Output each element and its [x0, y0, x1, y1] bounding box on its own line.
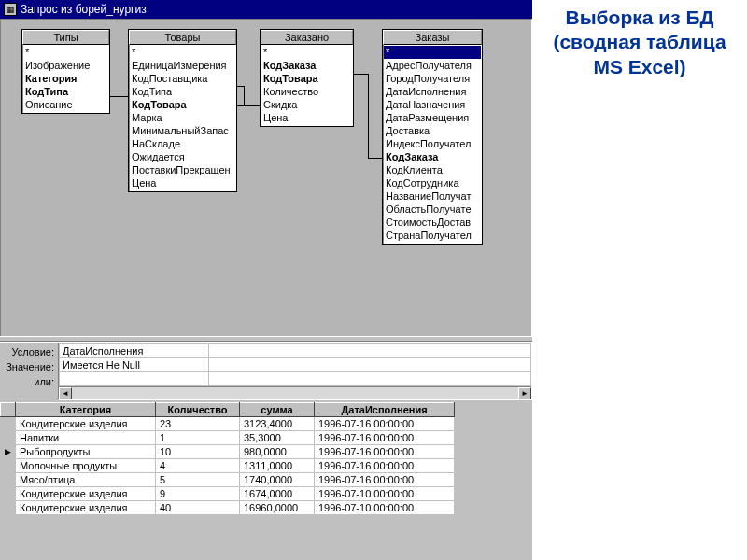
table-cell[interactable]: 40 — [156, 501, 240, 515]
table-cell[interactable]: 16960,0000 — [240, 501, 315, 515]
criteria-cell[interactable]: ДатаИсполнения — [60, 344, 209, 358]
table-cell[interactable]: 5 — [156, 473, 240, 487]
table-row[interactable]: Кондитерские изделия91674,00001996-07-10… — [1, 487, 455, 501]
row-selector[interactable] — [1, 487, 16, 501]
table-fields[interactable]: * Изображение Категория КодТипа Описание — [22, 45, 109, 113]
table-cell[interactable]: 1996-07-10 00:00:00 — [315, 487, 455, 501]
criteria-cell[interactable] — [209, 372, 531, 386]
field-item[interactable]: Количество — [263, 85, 350, 98]
col-header-qty[interactable]: Количество — [156, 403, 240, 417]
field-item[interactable]: СтоимостьДостав — [386, 216, 479, 229]
criteria-cell[interactable] — [209, 358, 531, 372]
criteria-scrollbar[interactable]: ◄ ► — [59, 386, 531, 399]
table-header[interactable]: Товары — [129, 30, 236, 45]
table-cell[interactable]: 35,3000 — [240, 431, 315, 445]
table-row[interactable]: Мясо/птица51740,00001996-07-16 00:00:00 — [1, 473, 455, 487]
table-fields[interactable]: * ЕдиницаИзмерения КодПоставщика КодТипа… — [129, 45, 236, 191]
field-item[interactable]: ГородПолучателя — [386, 72, 479, 85]
table-header[interactable]: Заказано — [261, 30, 353, 45]
field-item[interactable]: Доставка — [386, 124, 479, 137]
table-row[interactable]: Кондитерские изделия233123,40001996-07-1… — [1, 417, 455, 431]
field-item[interactable]: Описание — [25, 98, 106, 111]
field-item[interactable]: ДатаРазмещения — [386, 111, 479, 124]
field-item[interactable]: * — [384, 46, 481, 59]
scroll-track[interactable] — [72, 387, 518, 399]
field-item[interactable]: КодТовара — [132, 98, 233, 111]
scroll-right-icon[interactable]: ► — [518, 387, 531, 399]
field-item[interactable]: * — [263, 46, 350, 59]
table-fields[interactable]: * КодЗаказа КодТовара Количество Скидка … — [261, 45, 353, 126]
criteria-cell[interactable]: Имеется Не Null — [60, 358, 209, 372]
table-cell[interactable]: 1 — [156, 431, 240, 445]
field-item[interactable]: Ожидается — [132, 150, 233, 163]
field-item[interactable]: КодТовара — [263, 72, 350, 85]
field-item[interactable]: КодКлиента — [386, 163, 479, 176]
field-item[interactable]: ИндексПолучател — [386, 137, 479, 150]
field-item[interactable]: Цена — [263, 111, 350, 124]
table-cell[interactable]: 1740,0000 — [240, 473, 315, 487]
table-row[interactable]: ▶Рыбопродукты10980,00001996-07-16 00:00:… — [1, 445, 455, 459]
field-item[interactable]: Изображение — [25, 59, 106, 72]
table-row[interactable]: Молочные продукты41311,00001996-07-16 00… — [1, 459, 455, 473]
field-item[interactable]: ЕдиницаИзмерения — [132, 59, 233, 72]
field-item[interactable]: СтранаПолучател — [386, 229, 479, 242]
table-cell[interactable]: Кондитерские изделия — [16, 501, 156, 515]
table-order-details[interactable]: Заказано * КодЗаказа КодТовара Количеств… — [260, 29, 354, 127]
field-item[interactable]: ОбластьПолучате — [386, 203, 479, 216]
table-cell[interactable]: 1996-07-10 00:00:00 — [315, 501, 455, 515]
table-cell[interactable]: Рыбопродукты — [16, 445, 156, 459]
table-header[interactable]: Типы — [22, 30, 109, 45]
table-cell[interactable]: 3123,4000 — [240, 417, 315, 431]
row-selector[interactable] — [1, 431, 16, 445]
row-selector-header[interactable] — [1, 403, 16, 417]
field-item[interactable]: КодТипа — [25, 85, 106, 98]
result-table[interactable]: Категория Количество сумма ДатаИсполнени… — [0, 402, 455, 515]
row-selector[interactable] — [1, 473, 16, 487]
row-selector[interactable] — [1, 417, 16, 431]
table-cell[interactable]: 1996-07-16 00:00:00 — [315, 473, 455, 487]
field-item[interactable]: КодЗаказа — [263, 59, 350, 72]
table-cell[interactable]: 1996-07-16 00:00:00 — [315, 445, 455, 459]
table-cell[interactable]: 10 — [156, 445, 240, 459]
field-item[interactable]: * — [25, 46, 106, 59]
table-cell[interactable]: Кондитерские изделия — [16, 417, 156, 431]
table-cell[interactable]: 1996-07-16 00:00:00 — [315, 417, 455, 431]
criteria-cell[interactable] — [209, 344, 531, 358]
field-item[interactable]: ДатаНазначения — [386, 98, 479, 111]
field-item[interactable]: ПоставкиПрекращен — [132, 163, 233, 176]
table-row[interactable]: Кондитерские изделия4016960,00001996-07-… — [1, 501, 455, 515]
table-fields[interactable]: * АдресПолучателя ГородПолучателя ДатаИс… — [383, 45, 482, 244]
field-item[interactable]: НазваниеПолучат — [386, 189, 479, 203]
field-item[interactable]: * — [132, 46, 233, 59]
field-item[interactable]: Марка — [132, 111, 233, 124]
field-item[interactable]: Скидка — [263, 98, 350, 111]
row-selector[interactable] — [1, 501, 16, 515]
table-cell[interactable]: Мясо/птица — [16, 473, 156, 487]
field-item[interactable]: ДатаИсполнения — [386, 85, 479, 98]
table-row[interactable]: Напитки135,30001996-07-16 00:00:00 — [1, 431, 455, 445]
table-cell[interactable]: Напитки — [16, 431, 156, 445]
table-cell[interactable]: 23 — [156, 417, 240, 431]
scroll-left-icon[interactable]: ◄ — [59, 387, 72, 399]
criteria-grid[interactable]: ДатаИсполнения Имеется Не Null ◄ ► — [58, 343, 532, 400]
field-item[interactable]: КодПоставщика — [132, 72, 233, 85]
window-titlebar[interactable]: ▦ Запрос из борей_нургиз — [0, 0, 532, 19]
row-selector[interactable] — [1, 459, 16, 473]
field-item[interactable]: Категория — [25, 72, 106, 85]
field-item[interactable]: Цена — [132, 176, 233, 189]
table-cell[interactable]: 1674,0000 — [240, 487, 315, 501]
table-types[interactable]: Типы * Изображение Категория КодТипа Опи… — [21, 29, 110, 114]
row-selector[interactable]: ▶ — [1, 445, 16, 459]
col-header-sum[interactable]: сумма — [240, 403, 315, 417]
col-header-date[interactable]: ДатаИсполнения — [315, 403, 455, 417]
field-item[interactable]: КодЗаказа — [386, 150, 479, 163]
table-products[interactable]: Товары * ЕдиницаИзмерения КодПоставщика … — [128, 29, 237, 192]
field-item[interactable]: МинимальныйЗапас — [132, 124, 233, 137]
table-cell[interactable]: 1311,0000 — [240, 459, 315, 473]
field-item[interactable]: НаСкладе — [132, 137, 233, 150]
table-cell[interactable]: Молочные продукты — [16, 459, 156, 473]
tables-diagram-area[interactable]: Типы * Изображение Категория КодТипа Опи… — [0, 19, 532, 336]
col-header-category[interactable]: Категория — [16, 403, 156, 417]
field-item[interactable]: АдресПолучателя — [386, 59, 479, 72]
table-cell[interactable]: 980,0000 — [240, 445, 315, 459]
